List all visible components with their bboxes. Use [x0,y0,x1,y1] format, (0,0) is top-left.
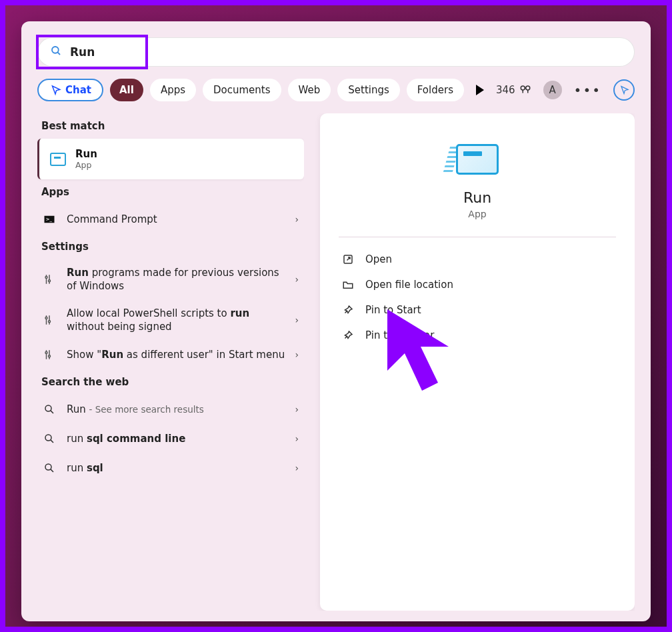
folder-icon [341,279,355,291]
pill-chat-label: Chat [65,84,91,96]
divider [339,237,616,237]
svg-point-10 [45,352,47,354]
settings-item[interactable]: Show "Run as different user" in Start me… [37,340,304,369]
app-item-command-prompt[interactable]: >_ Command Prompt › [37,205,304,234]
section-best-match: Best match [41,120,304,132]
section-apps: Apps [41,186,304,198]
run-icon [50,151,66,167]
section-search-web: Search the web [41,376,304,388]
action-pin-start[interactable]: Pin to Start [339,297,616,323]
chevron-right-icon: › [295,315,299,325]
open-icon [341,253,355,265]
chevron-right-icon: › [295,463,299,473]
svg-point-8 [45,317,47,319]
play-icon[interactable] [476,85,484,95]
terminal-icon: >_ [41,211,57,227]
action-open[interactable]: Open [339,247,616,272]
tools-icon [41,312,57,328]
search-row [37,37,635,67]
rewards-points[interactable]: 346 [496,84,531,96]
search-icon [41,401,57,417]
pills-right: 346 A ••• [476,79,635,101]
svg-point-14 [45,435,51,441]
pin-icon [341,304,355,316]
search-icon [41,431,57,447]
chevron-right-icon: › [295,214,299,225]
svg-line-1 [57,52,60,55]
best-match-title: Run [75,148,97,160]
chevron-right-icon: › [295,433,299,444]
web-item[interactable]: Run - See more search results › [37,395,304,424]
web-item[interactable]: run sql command line › [37,424,304,453]
pin-icon [341,329,355,341]
chevron-right-icon: › [295,274,299,285]
svg-point-3 [525,86,529,90]
settings-item[interactable]: Run programs made for previous versions … [37,259,304,300]
pill-chat[interactable]: Chat [37,79,103,101]
tools-icon [41,347,57,363]
pill-settings[interactable]: Settings [337,79,400,101]
svg-text:>_: >_ [46,217,53,222]
svg-point-9 [49,321,51,323]
action-open-file-location[interactable]: Open file location [339,272,616,297]
preview-subtitle: App [339,209,616,219]
pill-apps[interactable]: Apps [150,79,196,101]
action-pin-taskbar[interactable]: Pin to taskbar [339,323,616,348]
svg-point-2 [521,86,525,90]
more-icon[interactable]: ••• [574,82,601,98]
start-search-panel: Chat All Apps Documents Web Settings Fol… [21,21,651,621]
svg-point-7 [49,280,51,282]
svg-line-15 [51,440,53,443]
search-input[interactable] [70,45,622,59]
tools-icon [41,271,57,287]
bing-icon[interactable] [613,79,635,101]
svg-line-13 [51,411,53,413]
preview-title: Run [339,189,616,206]
pill-all[interactable]: All [110,79,143,101]
pill-folders[interactable]: Folders [407,79,464,101]
search-icon [41,460,57,476]
search-icon [50,45,62,59]
avatar[interactable]: A [543,81,562,99]
filter-pills: Chat All Apps Documents Web Settings Fol… [37,79,635,101]
web-item[interactable]: run sql › [37,453,304,483]
settings-item[interactable]: Allow local PowerShell scripts to run wi… [37,300,304,341]
hero-run-icon [339,144,616,175]
svg-point-0 [52,47,59,53]
svg-point-12 [45,405,51,411]
chevron-right-icon: › [295,404,299,415]
preview-pane: Run App Open Open file location Pin to S… [320,113,635,611]
best-match-subtitle: App [75,160,97,170]
chevron-right-icon: › [295,349,299,360]
svg-point-6 [45,277,47,279]
search-box[interactable] [37,37,635,67]
svg-line-17 [51,469,53,472]
pill-documents[interactable]: Documents [203,79,281,101]
section-settings: Settings [41,241,304,253]
svg-point-11 [49,355,51,357]
best-match-item[interactable]: Run App [37,139,304,179]
svg-point-16 [45,464,51,470]
pill-web[interactable]: Web [288,79,331,101]
results-column: Best match Run App Apps >_ Command Promp… [37,113,304,611]
